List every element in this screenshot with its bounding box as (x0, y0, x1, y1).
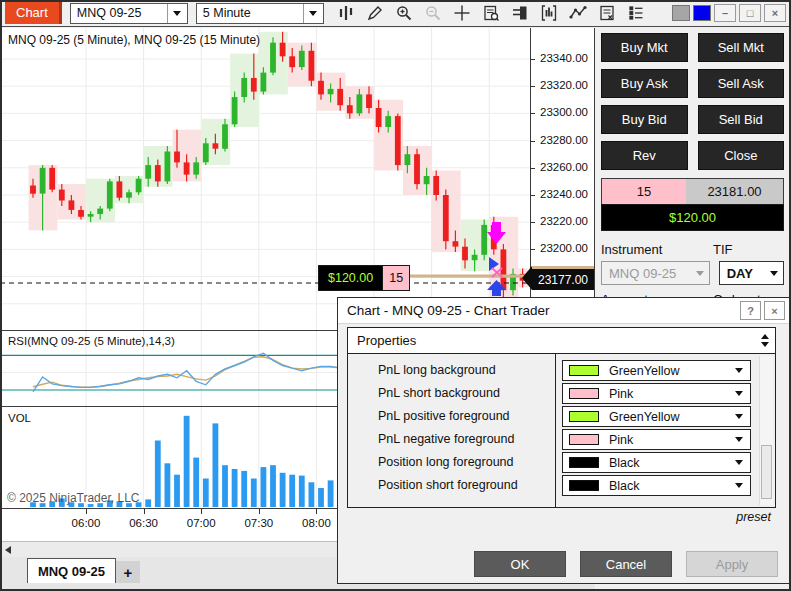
price-tick (530, 59, 535, 60)
close-button[interactable]: × (764, 4, 786, 22)
indicators-icon[interactable] (539, 3, 559, 23)
add-tab-button[interactable]: + (116, 561, 140, 583)
buy-ask-button[interactable]: Buy Ask (601, 69, 688, 98)
property-value: Black (609, 456, 640, 470)
position-pnl-tag: $120.00 15 (318, 265, 410, 291)
window-link-blue[interactable] (693, 5, 711, 21)
sell-ask-button[interactable]: Sell Ask (698, 69, 785, 98)
price-axis-label: 23240.00 (540, 188, 588, 200)
properties-header-label: Properties (357, 333, 416, 348)
preset-link[interactable]: preset (736, 510, 771, 524)
zoom-in-icon[interactable] (394, 3, 414, 23)
instrument-combo[interactable]: MNQ 09-25 (70, 3, 188, 24)
scroll-down-icon[interactable] (761, 342, 769, 347)
property-label: Position short foreground (378, 478, 518, 492)
current-price-tag: 23177.00 (532, 266, 594, 290)
trader-instrument-combo[interactable]: MNQ 09-25 (601, 261, 710, 285)
drawing-tools-icon[interactable] (365, 3, 385, 23)
trader-buttons: Buy MktSell MktBuy AskSell AskBuy BidSel… (601, 33, 784, 170)
properties-header: Properties (348, 328, 775, 354)
properties-group: Properties PnL long backgroundGreenYello… (347, 327, 776, 508)
color-swatch (569, 480, 599, 491)
price-tick (530, 222, 535, 223)
data-series-icon[interactable] (626, 3, 646, 23)
property-color-select[interactable]: Pink (562, 383, 751, 404)
property-label: PnL positive foreground (378, 409, 510, 423)
property-row: PnL positive foregroundGreenYellow (348, 405, 753, 428)
tif-value: DAY (727, 266, 753, 281)
maximize-button[interactable]: □ (739, 4, 761, 22)
sell-mkt-button[interactable]: Sell Mkt (698, 33, 785, 62)
window-link-gray[interactable] (672, 5, 690, 21)
toolbar: Chart MNQ 09-25 5 Minute – □ × (0, 0, 791, 27)
chevron-down-icon (735, 460, 743, 465)
chart-style-icon[interactable] (336, 3, 356, 23)
help-button[interactable]: ? (740, 301, 761, 320)
properties-scrollbar[interactable] (759, 356, 773, 505)
property-color-select[interactable]: Pink (562, 429, 751, 450)
chevron-down-icon (167, 4, 187, 23)
property-row: Position long foregroundBlack (348, 451, 753, 474)
property-row: PnL negative foregroundPink (348, 428, 753, 451)
property-row: PnL short backgroundPink (348, 382, 753, 405)
property-color-select[interactable]: GreenYellow (562, 406, 751, 427)
period-combo[interactable]: 5 Minute (196, 3, 324, 24)
position-qty-value: 15 (383, 265, 410, 291)
position-avg-price: 23181.00 (686, 179, 783, 204)
toolbar-icons (336, 3, 646, 23)
scrollbar-thumb[interactable] (761, 445, 772, 499)
dialog-title-bar[interactable]: Chart - MNQ 09-25 - Chart Trader ? × (338, 298, 789, 324)
position-pnl-value: $120.00 (318, 265, 383, 291)
property-color-select[interactable]: GreenYellow (562, 360, 751, 381)
properties-icon[interactable] (597, 3, 617, 23)
price-tick (530, 195, 535, 196)
trader-instrument-value: MNQ 09-25 (609, 266, 676, 281)
time-tick (144, 509, 145, 514)
properties-body: PnL long backgroundGreenYellowPnL short … (348, 354, 775, 507)
time-tick (316, 509, 317, 514)
property-value: GreenYellow (609, 410, 679, 424)
position-qty: 15 (602, 179, 686, 204)
ok-button[interactable]: OK (474, 551, 566, 577)
property-color-select[interactable]: Black (562, 452, 751, 473)
instrument-combo-value: MNQ 09-25 (77, 6, 142, 20)
close-button[interactable]: Close (698, 141, 785, 170)
buy-bid-button[interactable]: Buy Bid (601, 105, 688, 134)
chevron-down-icon (765, 262, 783, 284)
color-swatch (569, 457, 599, 468)
time-tick (201, 509, 202, 514)
data-box-icon[interactable] (481, 3, 501, 23)
apply-button[interactable]: Apply (686, 551, 778, 577)
cancel-button[interactable]: Cancel (580, 551, 672, 577)
price-axis-label: 23260.00 (540, 161, 588, 173)
chart-trader-icon[interactable] (510, 3, 530, 23)
crosshair-icon[interactable] (452, 3, 472, 23)
scroll-up-icon[interactable] (761, 334, 769, 339)
price-tick (530, 249, 535, 250)
tif-combo[interactable]: DAY (719, 261, 784, 285)
time-axis-label: 06:00 (72, 517, 101, 529)
time-axis-label: 08:00 (302, 517, 331, 529)
rev-button[interactable]: Rev (601, 141, 688, 170)
strategies-icon[interactable] (568, 3, 588, 23)
minimize-button[interactable]: – (714, 4, 736, 22)
property-color-select[interactable]: Black (562, 475, 751, 496)
chart-window: Chart MNQ 09-25 5 Minute – □ × (0, 0, 791, 591)
instrument-label: Instrument (601, 242, 713, 257)
price-axis-label: 23220.00 (540, 215, 588, 227)
position-display: 15 23181.00 (601, 178, 784, 204)
sell-bid-button[interactable]: Sell Bid (698, 105, 785, 134)
dialog-footer: OK Cancel Apply (338, 551, 789, 581)
dialog-close-button[interactable]: × (764, 301, 785, 320)
chart-trader-panel: Buy MktSell MktBuy AskSell AskBuy BidSel… (595, 28, 791, 298)
buy-mkt-button[interactable]: Buy Mkt (601, 33, 688, 62)
pnl-display: $120.00 (601, 204, 784, 231)
zoom-out-icon[interactable] (423, 3, 443, 23)
price-tick (530, 168, 535, 169)
tif-label: TIF (713, 242, 733, 257)
price-tick (530, 141, 535, 142)
scroll-left-icon[interactable] (5, 546, 11, 554)
price-axis-label: 23320.00 (540, 79, 588, 91)
tab-mnq-09-25[interactable]: MNQ 09-25 (27, 558, 116, 583)
chart-menu-button[interactable]: Chart (5, 2, 62, 24)
